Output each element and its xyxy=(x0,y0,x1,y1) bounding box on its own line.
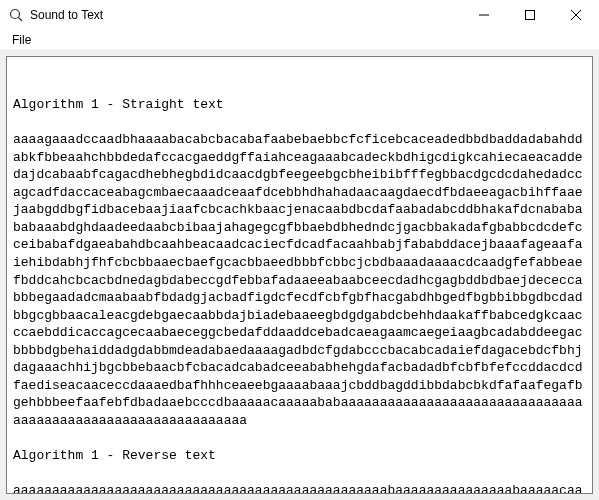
algorithm-1-reverse-heading: Algorithm 1 - Reverse text xyxy=(13,448,216,463)
menubar: File xyxy=(0,30,599,50)
maximize-button[interactable] xyxy=(507,0,553,30)
window-title: Sound to Text xyxy=(30,8,103,22)
algorithm-1-reverse-block: aaaaaaaaaaaaaaaaaaaaaaaaaaaaaaaaaaaaaaaa… xyxy=(13,483,583,494)
app-icon xyxy=(8,7,24,23)
svg-line-1 xyxy=(19,18,23,22)
menu-file[interactable]: File xyxy=(6,31,37,49)
svg-point-0 xyxy=(11,10,20,19)
text-output-area[interactable]: Algorithm 1 - Straight text aaaagaaadcca… xyxy=(6,56,593,494)
titlebar: Sound to Text xyxy=(0,0,599,30)
minimize-button[interactable] xyxy=(461,0,507,30)
svg-rect-3 xyxy=(526,11,535,20)
text-content: Algorithm 1 - Straight text aaaagaaadcca… xyxy=(13,96,586,494)
content-wrapper: Algorithm 1 - Straight text aaaagaaadcca… xyxy=(0,50,599,500)
algorithm-1-straight-block: aaaagaaadccaadbhaaaabacabcbacabafaabebae… xyxy=(13,132,583,428)
close-button[interactable] xyxy=(553,0,599,30)
window-controls xyxy=(461,0,599,30)
algorithm-1-straight-heading: Algorithm 1 - Straight text xyxy=(13,97,224,112)
